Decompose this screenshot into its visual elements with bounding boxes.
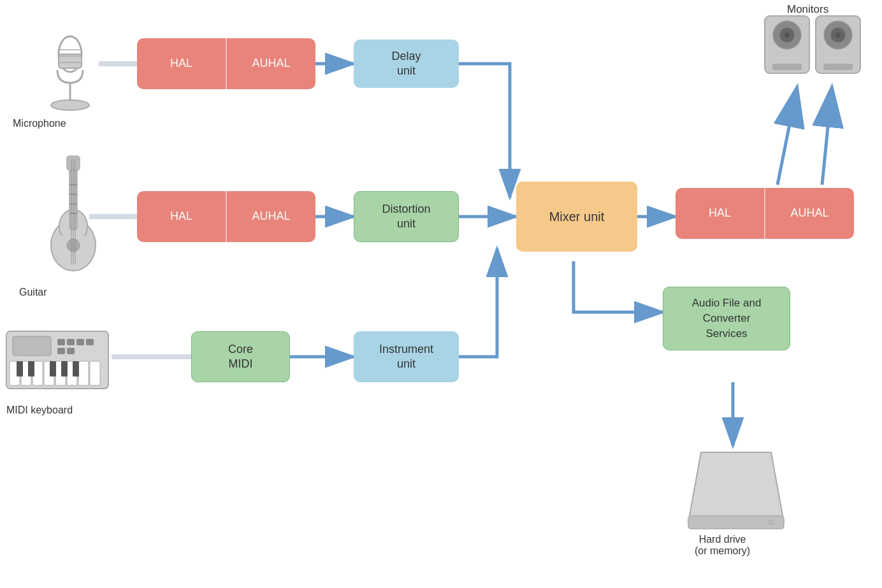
svg-rect-28	[57, 348, 65, 354]
svg-rect-37	[90, 361, 100, 385]
svg-point-49	[824, 21, 852, 49]
svg-point-46	[784, 32, 790, 38]
svg-rect-39	[28, 361, 34, 376]
svg-rect-34	[55, 361, 66, 385]
svg-rect-30	[10, 361, 20, 385]
midi-keyboard-label: MIDI keyboard	[6, 405, 73, 416]
svg-line-64	[777, 89, 797, 185]
svg-rect-40	[50, 361, 56, 376]
auhal2-label: AUHAL	[227, 191, 315, 242]
svg-point-9	[51, 220, 96, 271]
svg-rect-41	[61, 361, 68, 376]
hard-drive-label: Hard drive (or memory)	[695, 522, 750, 557]
svg-rect-23	[13, 336, 51, 355]
svg-rect-31	[21, 361, 31, 385]
microphone-label: Microphone	[13, 118, 66, 129]
svg-rect-29	[67, 348, 75, 354]
svg-point-2	[59, 36, 82, 72]
svg-rect-32	[33, 361, 43, 385]
svg-point-54	[769, 520, 774, 525]
svg-rect-47	[772, 64, 802, 70]
svg-point-44	[773, 21, 801, 49]
svg-rect-27	[86, 339, 94, 345]
auhal3-label: AUHAL	[765, 188, 854, 239]
svg-line-65	[822, 89, 832, 185]
svg-rect-3	[59, 54, 82, 68]
svg-rect-35	[67, 361, 77, 385]
svg-rect-24	[57, 339, 65, 345]
svg-rect-14	[67, 156, 80, 170]
auhal1-label: AUHAL	[227, 38, 315, 89]
svg-rect-52	[823, 64, 853, 70]
svg-rect-26	[76, 339, 84, 345]
hal1-label: HAL	[137, 38, 226, 89]
microphone-icon	[51, 36, 89, 110]
svg-point-50	[830, 27, 846, 43]
audio-file-box: Audio File and Converter Services	[663, 287, 790, 350]
core-midi-box: Core MIDI	[191, 331, 290, 382]
distortion-unit-box: Distortion unit	[354, 191, 459, 242]
svg-point-5	[51, 100, 89, 110]
svg-rect-25	[67, 339, 75, 345]
svg-rect-22	[6, 331, 108, 389]
svg-rect-33	[44, 361, 54, 385]
svg-rect-13	[69, 166, 77, 229]
svg-rect-42	[73, 361, 79, 376]
monitors-icon	[765, 16, 860, 73]
hal-auhal-box-2: HAL AUHAL	[137, 191, 315, 242]
hal3-label: HAL	[676, 188, 764, 239]
svg-rect-38	[17, 361, 23, 376]
svg-point-10	[59, 210, 87, 243]
svg-point-45	[779, 27, 795, 43]
svg-point-51	[835, 32, 841, 38]
hal2-label: HAL	[137, 191, 226, 242]
svg-rect-48	[816, 16, 860, 73]
monitors-label: Monitors	[787, 3, 828, 16]
hal-auhal-box-3: HAL AUHAL	[676, 188, 854, 239]
delay-unit-box: Delay unit	[354, 39, 459, 88]
hard-drive-icon	[688, 452, 784, 529]
instrument-unit-box: Instrument unit	[354, 331, 459, 382]
guitar-icon	[51, 156, 96, 271]
guitar-label: Guitar	[19, 287, 47, 298]
diagram: HAL AUHAL HAL AUHAL Core MIDI Delay unit…	[0, 0, 882, 588]
midi-keyboard-icon	[6, 331, 108, 389]
hal-auhal-box-1: HAL AUHAL	[137, 38, 315, 89]
svg-rect-11	[61, 236, 86, 248]
mixer-unit-box: Mixer unit	[516, 182, 637, 252]
svg-point-12	[67, 239, 80, 252]
svg-rect-36	[78, 361, 89, 385]
svg-rect-43	[765, 16, 809, 73]
